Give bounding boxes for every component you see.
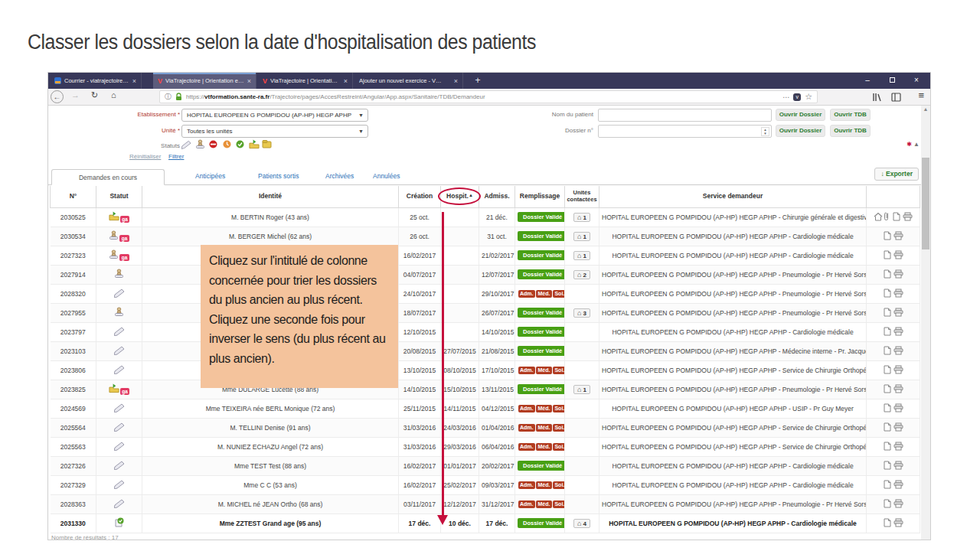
note-action-icon[interactable] [883, 442, 892, 452]
print-action-icon[interactable] [893, 384, 903, 395]
unites-contactees[interactable] [565, 284, 599, 303]
dossier-row[interactable]: 2030534gaM. BERGER Michel (62 ans)26 oct… [51, 227, 920, 246]
unites-contactees[interactable]: ⌂ 1 [565, 207, 599, 227]
dossier-row[interactable]: 2024569Mme TEIXEIRA née BERL Monique (72… [51, 399, 920, 418]
new-tab-button[interactable]: + [469, 73, 486, 89]
pocket-icon[interactable]: v [793, 93, 801, 101]
dossier-row[interactable]: 2027326Mme TEST Test (88 ans)16/02/20170… [51, 456, 920, 475]
tab-demandes-en-cours[interactable]: Demandes en cours [51, 169, 165, 185]
waiting-status-filter-icon[interactable] [222, 139, 232, 149]
note-action-icon[interactable] [883, 422, 892, 433]
url-bar[interactable]: ⓘ https://vtformation.sante-ra.fr/Trajec… [159, 90, 818, 103]
unites-contactees[interactable]: ⌂ 2 [565, 265, 599, 284]
back-button[interactable]: ← [51, 90, 64, 103]
close-tab-icon[interactable]: × [247, 77, 251, 85]
unites-contactees[interactable]: ⌂ 1 [565, 380, 599, 399]
header-identite[interactable]: Identité [142, 186, 399, 207]
maximize-button[interactable] [880, 73, 904, 89]
header-unites-contactees[interactable]: Unités contactées [565, 186, 599, 207]
site-info-icon[interactable]: ⓘ [165, 92, 172, 102]
bookmark-star-icon[interactable]: ☆ [805, 92, 812, 102]
etablissement-select[interactable]: HOPITAL EUROPEEN G POMPIDOU (AP-HP) HEGP… [181, 109, 368, 122]
print-action-icon[interactable] [893, 231, 903, 242]
contacted-units-chip[interactable]: ⌂ 1 [573, 232, 590, 241]
unites-contactees[interactable] [565, 437, 599, 456]
refused-status-filter-icon[interactable] [208, 139, 218, 149]
unites-contactees[interactable] [565, 475, 599, 494]
note-action-icon[interactable] [883, 346, 892, 357]
browser-tab-exercice[interactable]: Ajouter un nouvel exercice - Via Tra × [354, 73, 463, 89]
note-action-icon[interactable] [883, 327, 892, 337]
ouvrir-tdb-button[interactable]: Ouvrir TDB [830, 109, 871, 121]
note-action-icon[interactable] [883, 499, 892, 510]
dossier-row[interactable]: 2027323ga16/02/201721/02/2017Dossier Val… [51, 246, 920, 265]
unites-contactees[interactable]: ⌂ 4 [565, 514, 599, 533]
print-action-icon[interactable] [893, 250, 903, 261]
print-action-icon[interactable] [893, 365, 903, 376]
scrollbar[interactable]: ▲ [921, 106, 930, 540]
print-action-icon[interactable] [893, 499, 903, 510]
stamp-status-filter-icon[interactable] [195, 139, 205, 149]
validated-status-filter-icon[interactable] [235, 139, 245, 149]
contacted-units-chip[interactable]: ⌂ 1 [573, 213, 590, 222]
unites-contactees[interactable] [565, 399, 599, 418]
header-service-demandeur[interactable]: Service demandeur [599, 186, 867, 207]
header-remplissage[interactable]: Remplissage [515, 186, 565, 207]
note-action-icon[interactable] [883, 365, 892, 376]
print-action-icon[interactable] [893, 346, 903, 357]
ouvrir-dossier-button-2[interactable]: Ouvrir Dossier [776, 125, 825, 137]
dossier-row[interactable]: 202310320/08/201527/07/201521/08/2015Dos… [51, 341, 920, 360]
sidebar-icon[interactable] [891, 93, 901, 102]
dossier-row[interactable]: 2027329Mme C C (53 ans)16/02/201725/02/2… [51, 475, 920, 494]
header-statut[interactable]: Statut [96, 186, 142, 207]
unites-contactees[interactable] [565, 322, 599, 341]
forward-button[interactable]: → [71, 90, 80, 99]
home-action-icon[interactable] [874, 212, 883, 223]
note-action-icon[interactable] [883, 518, 892, 529]
contacted-units-chip[interactable]: ⌂ 4 [573, 519, 590, 528]
print-action-icon[interactable] [893, 461, 903, 471]
dossier-row[interactable]: 2023825gaMme DULARGE Lucette (88 ans)14/… [51, 380, 920, 399]
contacted-units-chip[interactable]: ⌂ 3 [573, 308, 590, 318]
header-admiss[interactable]: Admiss. [479, 186, 515, 207]
note-action-icon[interactable] [883, 289, 892, 299]
print-action-icon[interactable] [893, 403, 903, 414]
print-action-icon[interactable] [893, 422, 903, 433]
note-action-icon[interactable] [883, 231, 892, 242]
tab-archivees[interactable]: Archivées [325, 172, 354, 180]
hamburger-menu-icon[interactable]: ≡ [918, 90, 924, 101]
reload-button[interactable]: ↻ [91, 90, 98, 100]
transfer-status-filter-icon[interactable] [249, 139, 259, 149]
number-stepper[interactable]: ▲▼ [761, 127, 769, 136]
print-action-icon[interactable] [893, 308, 903, 318]
close-tab-icon[interactable]: × [454, 77, 458, 85]
reinitialiser-link[interactable]: Réinitialiser [129, 153, 161, 160]
note-action-icon[interactable] [883, 384, 892, 395]
home-button[interactable]: ⌂ [111, 90, 116, 99]
print-action-icon[interactable] [893, 518, 903, 529]
dossier-num-input[interactable]: ▲▼ [598, 125, 772, 138]
note-action-icon[interactable] [883, 308, 892, 318]
contacted-units-chip[interactable]: ⌂ 2 [573, 270, 590, 279]
dossier-row[interactable]: 2025564M. TELLINI Denise (91 ans)31/03/2… [51, 418, 920, 437]
nom-patient-input[interactable] [598, 109, 772, 122]
contacted-units-chip[interactable]: ⌂ 1 [573, 251, 590, 260]
dossier-row[interactable]: 2031330Mme ZZTEST Grand age (95 ans)17 d… [51, 514, 920, 533]
print-action-icon[interactable] [893, 442, 903, 452]
tab-annulees[interactable]: Annulées [373, 172, 400, 180]
close-tab-icon[interactable]: × [344, 77, 348, 85]
tab-patients-sortis[interactable]: Patients sortis [258, 172, 299, 180]
dossier-row[interactable]: 202380613/10/201508/10/201517/10/2015Adm… [51, 360, 920, 380]
browser-tab-viatrajectoire-active[interactable]: V ViaTrajectoire | Orientation en S × [153, 73, 256, 89]
unites-contactees[interactable] [565, 456, 599, 475]
print-action-icon[interactable] [903, 212, 913, 223]
collapse-panel-icon[interactable]: ✱ ▲ [906, 141, 920, 148]
browser-tab-mail[interactable]: Courrier - viatrajectoire.idf@se × [50, 73, 142, 89]
dossier-row[interactable]: 2028363M. MICHEL né JEAN Ortho (68 ans)0… [51, 494, 920, 514]
filtrer-link[interactable]: Filtrer [168, 153, 184, 160]
export-button[interactable]: ↓ Exporter [874, 168, 919, 181]
unites-contactees[interactable] [565, 418, 599, 437]
close-tab-icon[interactable]: × [132, 77, 136, 85]
dossier-row[interactable]: 202791404/07/201712/07/2017Dossier Valid… [51, 265, 920, 284]
header-numero[interactable]: N° [51, 186, 96, 207]
